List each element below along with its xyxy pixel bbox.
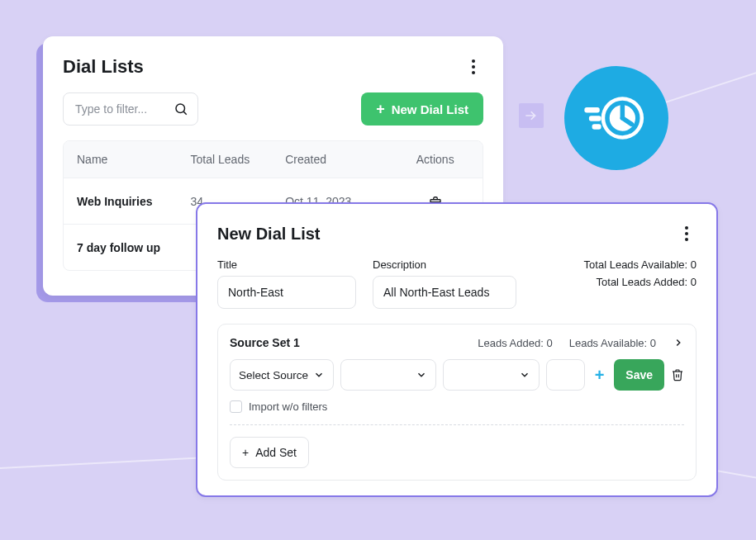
plus-icon: + <box>376 102 385 116</box>
col-created: Created <box>285 153 388 166</box>
total-leads-added: Total Leads Added: 0 <box>597 276 697 288</box>
chevron-right-icon[interactable] <box>673 337 684 348</box>
add-filter-icon[interactable]: + <box>592 366 608 385</box>
import-wo-filters-label: Import w/o filters <box>249 400 327 413</box>
svg-line-1 <box>183 111 186 114</box>
title-label: Title <box>217 258 356 271</box>
dial-lists-toolbar: + New Dial List <box>63 92 483 126</box>
trash-icon[interactable] <box>671 368 684 381</box>
search-icon <box>174 102 188 116</box>
new-dial-list-card: New Dial List Title Description Total Le… <box>196 202 718 497</box>
chevron-down-icon <box>519 369 530 381</box>
description-label: Description <box>373 258 516 271</box>
value-input[interactable] <box>546 359 585 391</box>
dial-lists-header: Dial Lists <box>63 56 483 78</box>
import-filters-row: Import w/o filters <box>230 400 684 413</box>
svg-point-0 <box>176 104 185 113</box>
new-dial-list-button[interactable]: + New Dial List <box>361 92 483 126</box>
row-name: 7 day follow up <box>64 241 191 254</box>
col-name: Name <box>64 153 191 166</box>
save-button[interactable]: Save <box>614 359 664 391</box>
source-set-name: Source Set 1 <box>230 336 300 349</box>
col-actions: Actions <box>388 153 483 166</box>
title-input[interactable] <box>217 276 356 309</box>
chevron-down-icon <box>313 369 325 381</box>
row-name: Web Inquiries <box>64 195 191 208</box>
title-field: Title <box>217 258 356 309</box>
select-dropdown-3[interactable] <box>443 359 539 391</box>
more-menu-button[interactable] <box>677 224 697 244</box>
new-dial-header: New Dial List <box>217 224 697 244</box>
add-set-label: Add Set <box>255 446 297 459</box>
filter-search <box>63 92 198 126</box>
more-menu-button[interactable] <box>464 57 483 77</box>
svg-rect-8 <box>584 107 599 112</box>
col-total-leads: Total Leads <box>191 153 286 166</box>
description-field: Description <box>373 258 516 309</box>
totals-block: Total Leads Available: 0 Total Leads Add… <box>584 258 697 288</box>
leads-added-stat: Leads Added: 0 <box>478 337 552 349</box>
select-dropdown-2[interactable] <box>340 359 436 391</box>
new-dial-list-label: New Dial List <box>392 102 468 116</box>
add-set-button[interactable]: + Add Set <box>230 437 309 468</box>
source-set-header: Source Set 1 Leads Added: 0 Leads Availa… <box>230 336 684 349</box>
svg-rect-9 <box>589 116 601 121</box>
total-leads-available: Total Leads Available: 0 <box>584 258 697 271</box>
description-input[interactable] <box>373 276 516 309</box>
source-set-controls: Select Source + Save <box>230 359 684 391</box>
title-desc-row: Title Description Total Leads Available:… <box>217 258 697 309</box>
brand-logo <box>564 66 668 170</box>
arrow-forward-icon <box>519 103 544 128</box>
chevron-down-icon <box>416 369 427 381</box>
table-header: Name Total Leads Created Actions <box>64 141 483 178</box>
source-set-panel: Source Set 1 Leads Added: 0 Leads Availa… <box>217 324 697 481</box>
select-source-label: Select Source <box>239 369 308 381</box>
import-wo-filters-checkbox[interactable] <box>230 400 242 413</box>
new-dial-title: New Dial List <box>217 225 320 244</box>
dial-lists-title: Dial Lists <box>63 56 144 78</box>
plus-icon: + <box>242 446 249 459</box>
svg-rect-10 <box>592 124 601 129</box>
leads-available-stat: Leads Available: 0 <box>569 337 656 349</box>
divider <box>230 424 684 425</box>
select-source-dropdown[interactable]: Select Source <box>230 359 334 391</box>
